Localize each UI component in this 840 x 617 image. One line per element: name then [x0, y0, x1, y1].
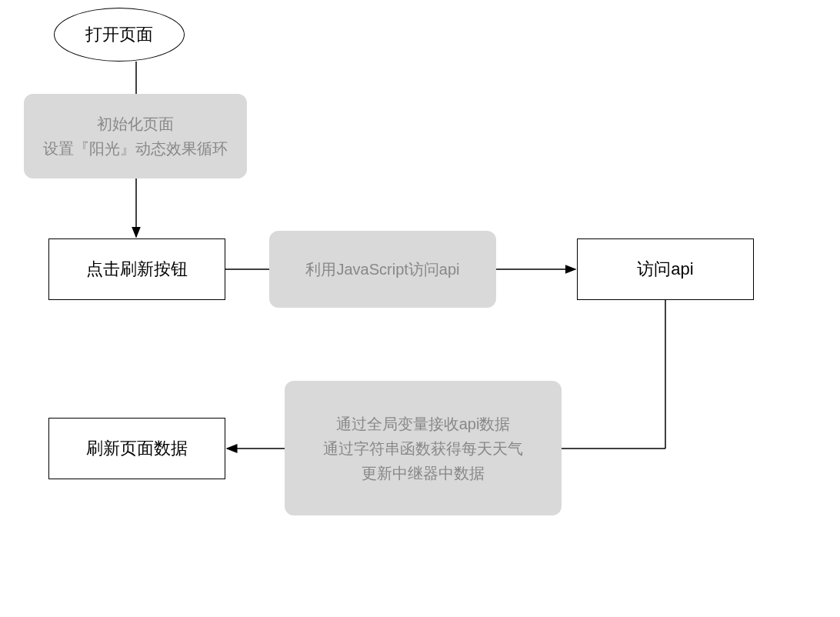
flowchart-canvas: 打开页面 初始化页面 设置『阳光』动态效果循环 点击刷新按钮 利用JavaScr…: [0, 0, 840, 617]
note-init-line2: 设置『阳光』动态效果循环: [43, 136, 228, 161]
process-click-refresh-label: 点击刷新按钮: [86, 258, 188, 281]
process-refresh-data: 刷新页面数据: [48, 418, 225, 479]
start-node: 打开页面: [54, 8, 185, 62]
note-receive-line1: 通过全局变量接收api数据: [336, 412, 511, 436]
process-click-refresh: 点击刷新按钮: [48, 238, 225, 300]
note-js-access-line: 利用JavaScript访问api: [305, 257, 459, 282]
process-access-api: 访问api: [577, 238, 754, 300]
process-access-api-label: 访问api: [637, 258, 693, 281]
note-init: 初始化页面 设置『阳光』动态效果循环: [24, 94, 247, 178]
note-receive-line3: 更新中继器中数据: [362, 461, 485, 485]
note-receive-line2: 通过字符串函数获得每天天气: [323, 436, 523, 461]
note-init-line1: 初始化页面: [97, 112, 174, 136]
start-node-label: 打开页面: [85, 23, 153, 46]
note-js-access: 利用JavaScript访问api: [269, 231, 496, 308]
process-refresh-data-label: 刷新页面数据: [86, 437, 188, 460]
arrow-start-to-click: [0, 0, 840, 617]
note-receive: 通过全局变量接收api数据 通过字符串函数获得每天天气 更新中继器中数据: [285, 381, 562, 515]
